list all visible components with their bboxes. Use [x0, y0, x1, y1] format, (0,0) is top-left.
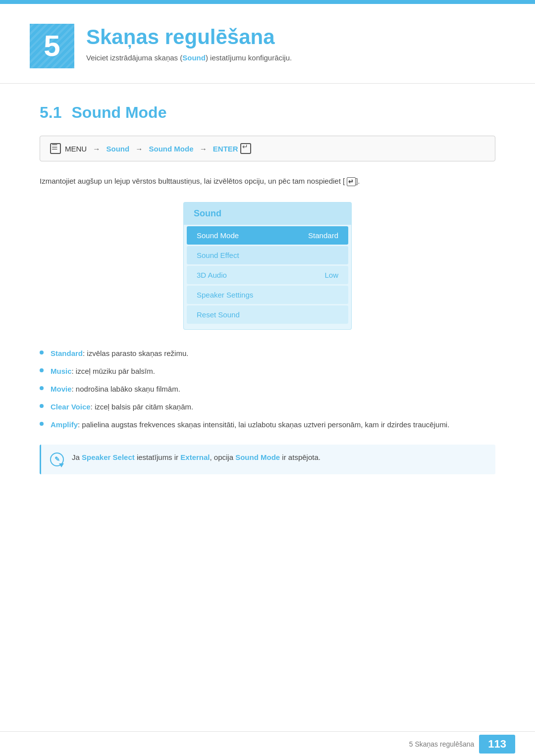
- list-item-movie-text: Movie: nodrošina labāko skaņu filmām.: [51, 383, 180, 395]
- section-header: 5.1 Sound Mode: [40, 103, 495, 122]
- list-item-music: Music: izceļ mūziku pār balsīm.: [40, 365, 495, 377]
- instruction-text: Izmantojiet augšup un lejup vērstos bult…: [40, 175, 495, 187]
- note-middle2: , opcija: [210, 453, 236, 461]
- note-bold2: External: [180, 453, 210, 461]
- page-footer: 5 Skaņas regulēšana 113: [0, 731, 535, 756]
- footer-page-number: 113: [479, 735, 515, 754]
- menu-mockup-wrapper: Sound Sound Mode Standard Sound Effect 3…: [40, 202, 495, 330]
- menu-item-label-sound-effect: Sound Effect: [197, 251, 239, 259]
- note-icon: ✎: [50, 453, 65, 467]
- bullet-dot-amplify: [40, 422, 44, 426]
- top-bar: [0, 0, 535, 4]
- menu-item-sound-effect[interactable]: Sound Effect: [187, 246, 348, 264]
- nav-arrow-3: →: [200, 145, 207, 153]
- chapter-title: Skaņas regulēšana: [86, 26, 292, 49]
- nav-path: MENU → Sound → Sound Mode → ENTER: [40, 136, 495, 161]
- note-prefix: Ja: [72, 453, 82, 461]
- list-item-clear-voice-text: Clear Voice: izceļ balsis pār citām skaņ…: [51, 401, 193, 413]
- list-item-music-bold: Music: [51, 367, 72, 375]
- note-box: ✎ Ja Speaker Select iestatījums ir Exter…: [40, 445, 495, 474]
- nav-arrow-1: →: [93, 145, 100, 153]
- instruction-end: ].: [356, 177, 360, 185]
- menu-icon: [50, 143, 61, 154]
- section-title: Sound Mode: [71, 103, 166, 122]
- note-text: Ja Speaker Select iestatījums ir Externa…: [72, 452, 321, 463]
- list-item-amplify: Amplify: palielina augstas frekvences sk…: [40, 419, 495, 431]
- section-number: 5.1: [40, 103, 61, 122]
- note-bold1: Speaker Select: [82, 453, 135, 461]
- nav-menu-label: MENU: [65, 145, 87, 153]
- note-icon-inner: ✎: [50, 453, 64, 466]
- menu-item-label-3d-audio: 3D Audio: [197, 271, 227, 279]
- subtitle-prefix: Veiciet izstrādājuma skaņas (: [86, 53, 182, 62]
- subtitle-bold: Sound: [182, 53, 206, 62]
- menu-item-label-sound-mode: Sound Mode: [197, 231, 239, 240]
- chapter-header: 5 Skaņas regulēšana Veiciet izstrādājuma…: [0, 4, 535, 84]
- bullet-dot-movie: [40, 386, 44, 390]
- nav-enter: ENTER: [213, 145, 238, 153]
- menu-item-speaker-settings[interactable]: Speaker Settings: [187, 286, 348, 304]
- instruction-prefix: Izmantojiet augšup un lejup vērstos bult…: [40, 177, 345, 185]
- list-item-clear-voice-bold: Clear Voice: [51, 403, 91, 411]
- list-item-standard-text: Standard: izvēlas parasto skaņas režimu.: [51, 348, 188, 359]
- list-item-clear-voice: Clear Voice: izceļ balsis pār citām skaņ…: [40, 401, 495, 413]
- chapter-title-block: Skaņas regulēšana Veiciet izstrādājuma s…: [86, 24, 292, 62]
- bullet-dot-clear-voice: [40, 404, 44, 408]
- list-item-amplify-bold: Amplify: [51, 420, 78, 429]
- list-item-standard: Standard: izvēlas parasto skaņas režimu.: [40, 348, 495, 359]
- menu-item-value-sound-mode: Standard: [308, 231, 338, 240]
- chapter-number-box: 5: [30, 24, 74, 68]
- footer-text: 5 Skaņas regulēšana: [409, 740, 475, 748]
- menu-item-reset-sound[interactable]: Reset Sound: [187, 305, 348, 324]
- note-icon-symbol: ✎: [54, 454, 60, 465]
- list-item-music-text: Music: izceļ mūziku pār balsīm.: [51, 365, 155, 377]
- note-middle: iestatījums ir: [135, 453, 181, 461]
- menu-mockup: Sound Sound Mode Standard Sound Effect 3…: [183, 202, 352, 330]
- bullet-list: Standard: izvēlas parasto skaņas režimu.…: [40, 348, 495, 431]
- nav-sound-mode: Sound Mode: [149, 145, 194, 153]
- bullet-dot-standard: [40, 351, 44, 354]
- subtitle-end: ) iestatījumu konfigurāciju.: [206, 53, 292, 62]
- chapter-number: 5: [44, 31, 60, 61]
- menu-item-label-reset-sound: Reset Sound: [197, 310, 240, 319]
- bullet-dot-music: [40, 368, 44, 372]
- menu-title: Sound: [184, 202, 351, 225]
- note-bold3: Sound Mode: [235, 453, 280, 461]
- menu-item-label-speaker-settings: Speaker Settings: [197, 291, 253, 299]
- list-item-standard-bold: Standard: [51, 349, 83, 357]
- menu-item-sound-mode[interactable]: Sound Mode Standard: [187, 226, 348, 245]
- list-item-amplify-text: Amplify: palielina augstas frekvences sk…: [51, 419, 449, 431]
- nav-sound: Sound: [107, 145, 130, 153]
- menu-item-value-3d-audio: Low: [324, 271, 338, 279]
- enter-icon: [240, 143, 251, 154]
- note-end: ir atspējota.: [280, 453, 321, 461]
- chapter-subtitle: Veiciet izstrādājuma skaņas (Sound) iest…: [86, 53, 292, 62]
- list-item-movie-bold: Movie: [51, 385, 72, 393]
- nav-arrow-2: →: [135, 145, 143, 153]
- instruction-enter-icon: ↵: [347, 177, 356, 186]
- list-item-movie: Movie: nodrošina labāko skaņu filmām.: [40, 383, 495, 395]
- main-content: 5.1 Sound Mode MENU → Sound → Sound Mode…: [0, 84, 535, 514]
- menu-item-3d-audio[interactable]: 3D Audio Low: [187, 266, 348, 284]
